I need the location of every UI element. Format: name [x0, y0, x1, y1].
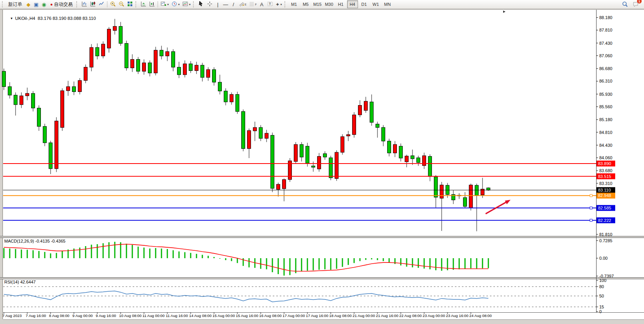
templates-icon	[182, 1, 188, 8]
toolbar-grip	[284, 1, 287, 7]
timeframe-button-mn[interactable]: MN	[382, 0, 393, 8]
price-level-badge-value: 82.222	[598, 218, 611, 223]
svg-text:85.560: 85.560	[599, 104, 612, 109]
fibonacci-icon	[249, 1, 255, 8]
auto-scroll-icon[interactable]	[139, 0, 148, 8]
terminal-window: 新订单◆▣◉●自动交易▾▾▾|—/EFAT✦▾M1M5M15M30H1H4D1W…	[0, 0, 644, 324]
timeframe-button-h1[interactable]: H1	[335, 0, 346, 8]
svg-text:23 Aug 16:00: 23 Aug 16:00	[446, 313, 469, 318]
price-level-badge-value: 83.110	[598, 188, 611, 192]
templates-icon[interactable]: ▾	[181, 0, 192, 8]
chart-ohlc-values: 83.176 83.190 83.088 83.110	[38, 16, 96, 21]
candlestick-chart-icon[interactable]	[89, 0, 97, 8]
toolbar-separator	[158, 1, 158, 7]
trendline-icon[interactable]: /	[230, 0, 237, 8]
arrows-icon: ✦	[275, 2, 280, 7]
periods-icon	[171, 1, 177, 8]
time-axis-labels: 7 Aug 20237 Aug 16:008 Aug 08:009 Aug 00…	[2, 312, 492, 318]
fibonacci-icon-sub-label: F	[255, 3, 256, 6]
new-order-icon: ◆	[26, 2, 30, 7]
arrows-icon[interactable]: ✦▾	[274, 0, 283, 8]
new-order-icon[interactable]: ◆	[25, 0, 32, 8]
macd-indicator-label: MACD(12,26,9) -0.4135 -0.4365	[4, 239, 65, 243]
rsi-axis-label: 100	[599, 278, 606, 283]
line-handle[interactable]	[590, 194, 592, 197]
horizontal-line-icon[interactable]: —	[222, 0, 230, 8]
autotrading-icon: ●	[50, 2, 53, 7]
charts-window-icon[interactable]: ▣	[32, 0, 40, 8]
zoom-in-icon	[110, 1, 116, 8]
indicators-icon[interactable]: ▾	[159, 0, 170, 8]
timeframe-button-m5[interactable]: M5	[300, 0, 311, 8]
svg-text:7 Aug 16:00: 7 Aug 16:00	[26, 313, 46, 318]
toolbar-separator	[107, 1, 107, 7]
bar-chart-icon[interactable]	[80, 0, 89, 8]
chart-menu-arrow-icon[interactable]: ▼	[10, 17, 13, 20]
signal-icon[interactable]: ◉	[40, 0, 48, 8]
svg-text:22 Aug 08:00: 22 Aug 08:00	[399, 313, 422, 318]
chart-header: ▼UKOil-,H4 83.176 83.190 83.088 83.110	[5, 11, 96, 25]
svg-text:86.680: 86.680	[599, 66, 612, 71]
autotrading-label: 自动交易	[54, 1, 73, 8]
svg-text:85.180: 85.180	[599, 117, 612, 122]
chart-shift-icon[interactable]	[148, 0, 156, 8]
timeframe-button-w1[interactable]: W1	[370, 0, 381, 8]
rsi-axis-label: 80	[599, 284, 604, 289]
timeframe-button-m30[interactable]: M30	[324, 0, 335, 8]
charts-window-icon: ▣	[34, 2, 39, 7]
text-label-icon[interactable]: T	[266, 0, 274, 8]
svg-text:85.930: 85.930	[599, 92, 612, 97]
timeframe-button-m15[interactable]: M15	[312, 0, 323, 8]
svg-text:81.810: 81.810	[599, 232, 612, 237]
vertical-line-icon[interactable]: |	[214, 0, 222, 8]
svg-text:T: T	[269, 2, 271, 6]
svg-text:87.060: 87.060	[599, 53, 612, 58]
zoom-out-icon[interactable]	[117, 0, 126, 8]
chevron-down-icon[interactable]: ▾	[178, 3, 180, 6]
vertical-line-icon: |	[217, 2, 218, 7]
chevron-down-icon[interactable]: ▾	[189, 3, 191, 6]
svg-text:11 Aug 00:00: 11 Aug 00:00	[142, 313, 165, 318]
notification-count-badge: 1	[637, 0, 642, 4]
fibonacci-icon[interactable]: F	[247, 0, 258, 8]
zoom-in-icon[interactable]	[109, 0, 117, 8]
timeframe-button-d1[interactable]: D1	[359, 0, 370, 8]
autotrading-button[interactable]: ●自动交易	[48, 0, 75, 8]
rsi-indicator-label: RSI(14) 42.6447	[4, 280, 36, 284]
equidistant-channel-icon[interactable]: E	[237, 0, 248, 8]
svg-text:84.810: 84.810	[599, 130, 612, 135]
chevron-down-icon[interactable]: ▾	[167, 3, 169, 6]
line-chart-icon[interactable]	[97, 0, 106, 8]
svg-text:86.310: 86.310	[599, 79, 612, 83]
signal-icon: ◉	[42, 2, 46, 7]
notifications-icon[interactable]: 1	[632, 0, 640, 8]
search-icon[interactable]	[621, 0, 629, 8]
cursor-icon[interactable]	[197, 0, 205, 8]
chart-canvas[interactable]: 88.18087.81087.43087.06086.68086.31085.9…	[0, 0, 644, 324]
svg-text:83.680: 83.680	[599, 168, 612, 173]
timeframe-button-h4[interactable]: H4	[347, 0, 358, 8]
svg-text:87.430: 87.430	[599, 41, 612, 46]
trendline-icon: /	[233, 2, 234, 7]
chevron-down-icon[interactable]: ▾	[281, 3, 282, 6]
svg-text:18 Aug 08:00: 18 Aug 08:00	[329, 313, 352, 318]
line-handle[interactable]	[590, 219, 592, 222]
periods-icon[interactable]: ▾	[170, 0, 181, 8]
rsi-axis-label: 50	[599, 294, 604, 298]
line-handle[interactable]	[590, 207, 592, 209]
cursor-icon	[198, 1, 204, 8]
svg-text:84.060: 84.060	[599, 155, 612, 160]
new-order-button[interactable]: 新订单	[6, 0, 25, 8]
tile-windows-icon[interactable]	[126, 0, 134, 8]
crosshair-icon[interactable]	[205, 0, 214, 8]
toolbar-grip	[76, 1, 79, 7]
svg-text:11 Aug 16:00: 11 Aug 16:00	[166, 313, 188, 318]
macd-axis-label: 0.00	[599, 256, 607, 261]
svg-text:15 Aug 00:00: 15 Aug 00:00	[212, 313, 235, 318]
text-icon[interactable]: A	[258, 0, 266, 8]
timeframe-button-m1[interactable]: M1	[289, 0, 300, 8]
svg-text:9 Aug 00:00: 9 Aug 00:00	[72, 313, 93, 318]
macd-axis-label: 0.7285	[599, 238, 612, 243]
price-level-badge-value: 82.948	[598, 193, 611, 198]
svg-text:14 Aug 08:00: 14 Aug 08:00	[189, 313, 212, 318]
